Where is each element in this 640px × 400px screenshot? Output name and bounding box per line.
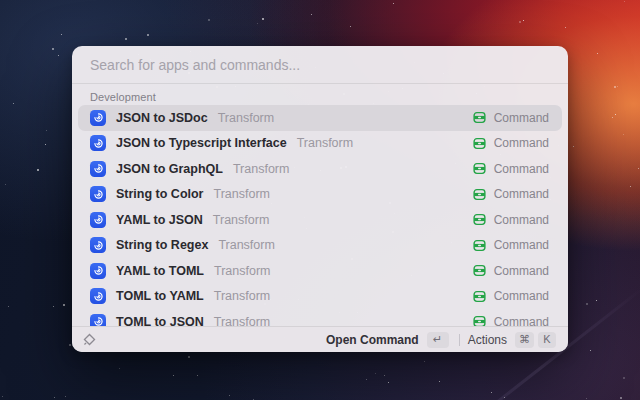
list-item[interactable]: String to Color Transform Command	[78, 182, 562, 208]
footer-bar: Open Command ↵ Actions ⌘ K	[72, 326, 568, 352]
command-subtitle: Transform	[214, 289, 271, 303]
command-title: YAML to JSON	[116, 213, 203, 227]
transform-extension-icon	[90, 186, 106, 202]
command-subtitle: Transform	[218, 111, 275, 125]
command-title: JSON to GraphQL	[116, 162, 223, 176]
command-type-label: Command	[494, 111, 549, 125]
command-type-label: Command	[494, 238, 549, 252]
command-window-icon	[473, 162, 486, 175]
command-subtitle: Transform	[214, 264, 271, 278]
search-bar	[72, 46, 568, 83]
list-item[interactable]: String to Regex Transform Command	[78, 233, 562, 259]
command-type-label: Command	[494, 289, 549, 303]
list-item[interactable]: YAML to TOML Transform Command	[78, 258, 562, 284]
transform-extension-icon	[90, 288, 106, 304]
transform-extension-icon	[90, 314, 106, 326]
section-header: Development	[72, 84, 568, 105]
command-subtitle: Transform	[233, 162, 290, 176]
command-title: String to Regex	[116, 238, 208, 252]
raycast-launcher-window: Development JSON to JSDoc Transform Comm…	[72, 46, 568, 352]
command-window-icon	[473, 264, 486, 277]
command-type-label: Command	[494, 136, 549, 150]
list-item[interactable]: TOML to JSON Transform Command	[78, 309, 562, 326]
raycast-logo-icon	[82, 332, 97, 347]
command-window-icon	[473, 315, 486, 326]
transform-extension-icon	[90, 161, 106, 177]
transform-extension-icon	[90, 263, 106, 279]
command-window-icon	[473, 111, 486, 124]
list-item[interactable]: JSON to GraphQL Transform Command	[78, 156, 562, 182]
transform-extension-icon	[90, 135, 106, 151]
command-window-icon	[473, 137, 486, 150]
command-subtitle: Transform	[214, 315, 271, 326]
command-window-icon	[473, 290, 486, 303]
command-window-icon	[473, 188, 486, 201]
command-title: JSON to Typescript Interface	[116, 136, 287, 150]
command-subtitle: Transform	[218, 238, 275, 252]
command-type-label: Command	[494, 315, 549, 326]
command-window-icon	[473, 213, 486, 226]
command-title: YAML to TOML	[116, 264, 204, 278]
list-item[interactable]: JSON to JSDoc Transform Command	[78, 105, 562, 131]
list-item[interactable]: TOML to YAML Transform Command	[78, 284, 562, 310]
command-window-icon	[473, 239, 486, 252]
return-key-icon: ↵	[427, 332, 449, 348]
command-type-label: Command	[494, 264, 549, 278]
transform-extension-icon	[90, 110, 106, 126]
command-subtitle: Transform	[214, 187, 271, 201]
command-subtitle: Transform	[297, 136, 354, 150]
command-subtitle: Transform	[213, 213, 270, 227]
k-key-icon: K	[538, 332, 556, 348]
transform-extension-icon	[90, 237, 106, 253]
command-type-label: Command	[494, 213, 549, 227]
command-title: String to Color	[116, 187, 204, 201]
command-title: TOML to YAML	[116, 289, 204, 303]
list-item[interactable]: JSON to Typescript Interface Transform C…	[78, 131, 562, 157]
footer-divider	[459, 334, 460, 346]
actions-button[interactable]: Actions	[468, 333, 507, 347]
command-title: TOML to JSON	[116, 315, 204, 326]
primary-action-label[interactable]: Open Command	[326, 333, 419, 347]
command-title: JSON to JSDoc	[116, 111, 208, 125]
command-type-label: Command	[494, 162, 549, 176]
command-list: JSON to JSDoc Transform Command JSON to …	[72, 105, 568, 326]
search-input[interactable]	[90, 57, 550, 73]
command-type-label: Command	[494, 187, 549, 201]
transform-extension-icon	[90, 212, 106, 228]
command-key-icon: ⌘	[515, 332, 534, 348]
list-item[interactable]: YAML to JSON Transform Command	[78, 207, 562, 233]
